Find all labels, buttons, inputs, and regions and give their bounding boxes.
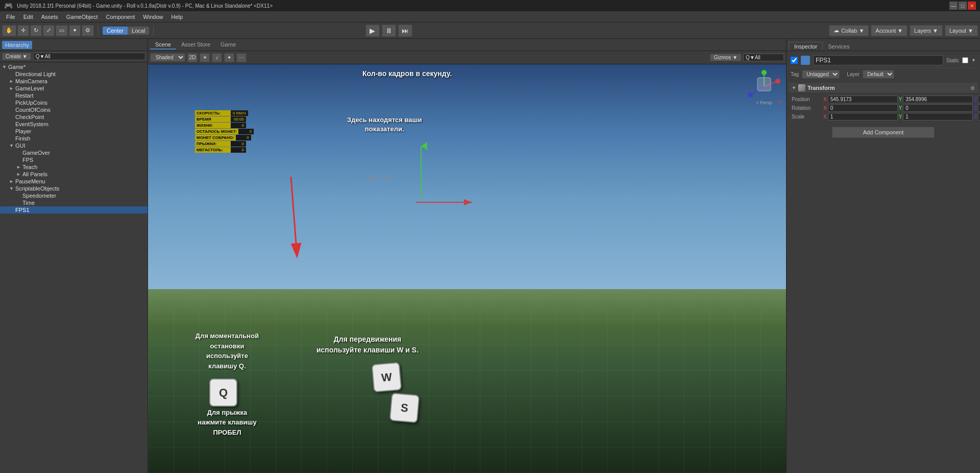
pause-button[interactable]: ⏸ — [382, 25, 396, 37]
hierarchy-search[interactable] — [33, 53, 145, 60]
hierarchy-header: Hierarchy — [0, 39, 148, 51]
object-icon — [801, 56, 810, 65]
2d-button[interactable]: 2D — [187, 53, 198, 62]
tree-item-restart[interactable]: Restart — [0, 92, 148, 99]
minimize-button[interactable]: — — [949, 2, 958, 10]
close-button[interactable]: ✕ — [968, 2, 976, 10]
tree-item-fps1[interactable]: FPS1 — [0, 206, 148, 214]
add-component-button[interactable]: Add Component — [832, 127, 935, 138]
tree-item-finish[interactable]: Finish — [0, 135, 148, 142]
menu-file[interactable]: File — [2, 13, 19, 21]
stat-coins-collected-val: 0 — [236, 135, 251, 140]
tree-item-countofcoins[interactable]: CountOfCoins — [0, 106, 148, 113]
tool-hand[interactable]: ✋ — [2, 25, 16, 36]
layer-select[interactable]: Default — [863, 70, 894, 79]
scale-z-field[interactable] — [978, 113, 980, 121]
static-dropdown-arrow[interactable]: ▼ — [971, 58, 976, 63]
position-x-field[interactable] — [828, 96, 898, 103]
tree-item-game-level[interactable]: ► GameLevel — [0, 85, 148, 92]
tag-select[interactable]: Untagged — [802, 70, 840, 79]
audio-button[interactable]: ♪ — [212, 53, 222, 62]
tree-item-speedometer[interactable]: Speedometer — [0, 192, 148, 199]
object-name-field[interactable] — [813, 55, 943, 65]
play-button[interactable]: ▶ — [365, 25, 380, 37]
title-bar: 🎮 Unity 2018.2.1f1 Personal (64bit) - Ga… — [0, 0, 980, 11]
tree-item-scriptableobjects[interactable]: ▼ ScriptableObjects — [0, 185, 148, 192]
inspector-tab-inspector[interactable]: Inspector — [789, 42, 823, 51]
tool-rotate[interactable]: ↻ — [30, 25, 42, 36]
tree-item-gameover[interactable]: GameOver — [0, 149, 148, 156]
tree-item-player[interactable]: Player — [0, 128, 148, 135]
scene-tab-asset-store[interactable]: Asset Store — [176, 40, 215, 50]
hierarchy-tab[interactable]: Hierarchy — [2, 41, 32, 49]
tree-item-teach[interactable]: ► Teach — [0, 163, 148, 171]
stat-time-label: ВРЕМЯ — [195, 116, 231, 122]
y-axis-arrow — [413, 141, 429, 202]
hierarchy-panel: Hierarchy Create ▼ ▼ Game* Directional L… — [0, 39, 148, 473]
scene-tab-scene[interactable]: Scene — [150, 40, 176, 50]
position-z-field[interactable] — [978, 96, 980, 103]
menu-assets[interactable]: Assets — [37, 13, 62, 21]
transform-arrow-icon: ▼ — [792, 85, 796, 90]
separator-2 — [153, 26, 154, 36]
menu-gameobject[interactable]: GameObject — [62, 13, 102, 21]
menu-window[interactable]: Window — [139, 13, 167, 21]
rotation-y-field[interactable] — [903, 104, 973, 112]
step-button[interactable]: ⏭ — [398, 25, 412, 37]
rotation-z-field[interactable] — [978, 104, 980, 112]
gizmos-area: Gizmos ▼ — [710, 54, 784, 61]
menu-help[interactable]: Help — [167, 13, 187, 21]
effects-button[interactable]: ✦ — [224, 53, 234, 62]
rotation-x-field[interactable] — [828, 104, 898, 112]
separator-1 — [98, 26, 99, 36]
static-checkbox[interactable] — [962, 57, 968, 63]
tree-item-eventsystem[interactable]: EventSystem — [0, 121, 148, 128]
jump-text: Для прыжканажмите клавишуПРОБЕЛ — [189, 408, 265, 438]
tree-item-gui[interactable]: ▼ GUI — [0, 142, 148, 149]
tree-item-fps[interactable]: FPS — [0, 156, 148, 163]
scene-extra-btn[interactable]: ⋯ — [236, 53, 247, 62]
tree-item-time[interactable]: Time — [0, 199, 148, 206]
scene-viewport[interactable]: СКОРОСТЬ: 0 КМ/Ч ВРЕМЯ 00:00 ЖИЗНИ: 0 ОС… — [148, 64, 786, 473]
transform-header[interactable]: ▼ Transform ⚙ — [789, 83, 978, 93]
object-enabled-checkbox[interactable] — [791, 57, 798, 64]
tool-move[interactable]: ✛ — [17, 25, 29, 36]
tree-item-directional-light[interactable]: Directional Light — [0, 70, 148, 78]
tree-item-pickupcoins[interactable]: PickUpCoins — [0, 99, 148, 106]
tree-item-main-camera[interactable]: ► MainCamera — [0, 78, 148, 85]
account-button[interactable]: Account ▼ — [871, 25, 908, 36]
layers-button[interactable]: Layers ▼ — [910, 25, 943, 36]
scene-search[interactable] — [743, 54, 784, 61]
tool-custom[interactable]: ⚙ — [82, 25, 94, 36]
gizmos-button[interactable]: Gizmos ▼ — [710, 54, 741, 61]
tree-item-checkpoint[interactable]: CheckPoint — [0, 113, 148, 121]
tree-item-game[interactable]: ▼ Game* — [0, 63, 148, 70]
stat-speed-val: 0 КМ/Ч — [231, 110, 248, 116]
pivot-center-btn[interactable]: Center — [103, 27, 128, 35]
shading-dropdown[interactable]: Shaded — [150, 53, 185, 62]
svg-line-14 — [778, 100, 782, 103]
position-y-field[interactable] — [903, 96, 973, 103]
pivot-group: Center Local — [103, 27, 149, 35]
position-label: Position — [792, 96, 822, 103]
transform-settings-btn[interactable]: ⚙ — [970, 85, 975, 91]
layout-button[interactable]: Layout ▼ — [945, 25, 978, 36]
lighting-button[interactable]: ☀ — [200, 53, 210, 62]
tool-rect[interactable]: ▭ — [56, 25, 68, 36]
menu-component[interactable]: Component — [102, 13, 139, 21]
scale-y-field[interactable] — [903, 113, 973, 121]
scale-x-field[interactable] — [828, 113, 898, 121]
tool-transform[interactable]: ✦ — [69, 25, 81, 36]
pivot-local-btn[interactable]: Local — [128, 27, 149, 35]
tool-scale[interactable]: ⤢ — [43, 25, 55, 36]
collab-button[interactable]: ☁ Collab ▼ — [829, 25, 869, 36]
scene-tab-game[interactable]: Game — [215, 40, 241, 50]
main-layout: Hierarchy Create ▼ ▼ Game* Directional L… — [0, 39, 980, 473]
menu-edit[interactable]: Edit — [19, 13, 37, 21]
hierarchy-create-btn[interactable]: Create ▼ — [2, 53, 31, 60]
maximize-button[interactable]: □ — [959, 2, 967, 10]
inspector-tab-services[interactable]: Services — [823, 42, 854, 51]
key-q-icon: Q — [209, 379, 237, 407]
tree-item-pausemenu[interactable]: ► PauseMenu — [0, 178, 148, 185]
tree-item-allpanels[interactable]: ► All Panels — [0, 171, 148, 178]
